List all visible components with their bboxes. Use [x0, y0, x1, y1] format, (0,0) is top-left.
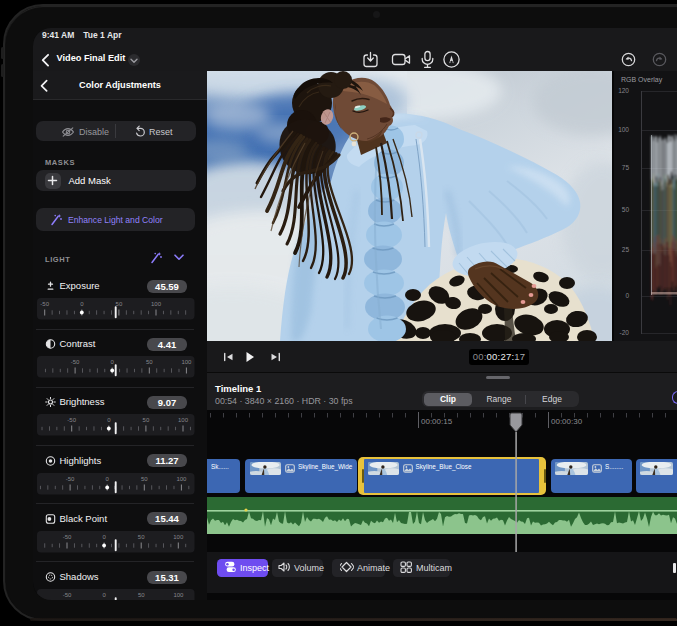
svg-text:100: 100: [178, 417, 189, 423]
svg-text:RGB Overlay: RGB Overlay: [621, 76, 663, 84]
svg-text:-50: -50: [63, 534, 72, 540]
svg-text:50: 50: [143, 417, 150, 423]
svg-text:50: 50: [622, 206, 630, 213]
svg-text:100: 100: [181, 359, 192, 365]
svg-text:-50: -50: [71, 359, 80, 365]
svg-text:50: 50: [116, 301, 123, 307]
svg-text:100: 100: [618, 126, 629, 133]
svg-text:0: 0: [625, 292, 629, 299]
svg-text:50: 50: [138, 592, 145, 598]
svg-text:-20: -20: [620, 329, 630, 336]
svg-text:50: 50: [146, 359, 153, 365]
svg-text:120: 120: [618, 87, 629, 94]
svg-text:-50: -50: [63, 592, 72, 598]
svg-text:00:00:30: 00:00:30: [551, 417, 583, 426]
svg-text:-50: -50: [40, 301, 49, 307]
svg-text:-50: -50: [67, 417, 76, 423]
svg-text:100: 100: [173, 592, 184, 598]
svg-text:50: 50: [138, 534, 145, 540]
svg-text:100: 100: [151, 301, 162, 307]
svg-text:100: 100: [173, 534, 184, 540]
svg-text:25: 25: [622, 246, 630, 253]
svg-text:100: 100: [176, 476, 187, 482]
svg-text:75: 75: [622, 164, 630, 171]
svg-text:-50: -50: [66, 476, 75, 482]
svg-text:50: 50: [141, 476, 148, 482]
svg-text:00:00:15: 00:00:15: [421, 417, 453, 426]
